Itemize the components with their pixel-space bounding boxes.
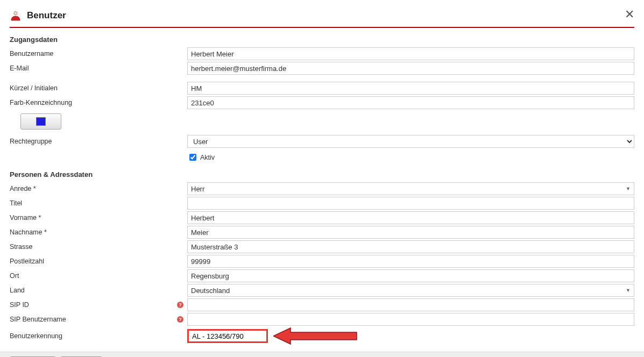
label-title: Titel bbox=[10, 199, 176, 207]
salutation-value: Herr bbox=[191, 185, 204, 193]
help-icon[interactable]: ? bbox=[177, 316, 183, 323]
active-checkbox[interactable] bbox=[189, 154, 196, 161]
country-select[interactable]: Deutschland ▼ bbox=[187, 284, 634, 297]
section-person-address: Personen & Adressdaten bbox=[10, 170, 634, 178]
user-icon bbox=[10, 10, 22, 22]
label-city: Ort bbox=[10, 272, 176, 280]
chevron-down-icon: ▼ bbox=[626, 186, 631, 191]
sip-user-field[interactable] bbox=[187, 313, 634, 326]
zip-field[interactable] bbox=[187, 255, 634, 268]
label-street: Strasse bbox=[10, 243, 176, 251]
color-swatch-icon bbox=[36, 117, 46, 126]
label-sip-user: SIP Benutzername bbox=[10, 316, 176, 323]
color-mark-field[interactable] bbox=[187, 96, 634, 109]
user-key-field[interactable] bbox=[187, 329, 268, 343]
color-picker-button[interactable] bbox=[20, 113, 61, 130]
label-initials: Kürzel / Initialen bbox=[10, 84, 176, 92]
firstname-field[interactable] bbox=[187, 211, 634, 224]
username-field[interactable] bbox=[187, 47, 634, 60]
label-role-group: Rechtegruppe bbox=[10, 138, 176, 145]
label-country: Land bbox=[10, 287, 176, 294]
label-color-mark: Farb-Kennzeichnung bbox=[10, 99, 176, 106]
role-group-select[interactable]: User bbox=[187, 135, 634, 148]
initials-field[interactable] bbox=[187, 82, 634, 95]
street-field[interactable] bbox=[187, 240, 634, 253]
email-field[interactable] bbox=[187, 62, 634, 75]
arrow-left-icon bbox=[273, 327, 359, 345]
label-firstname: Vorname * bbox=[10, 214, 176, 222]
chevron-down-icon: ▼ bbox=[626, 288, 631, 293]
label-user-key: Benutzerkennung bbox=[10, 332, 176, 340]
label-username: Benutzername bbox=[10, 50, 176, 58]
title-field[interactable] bbox=[187, 197, 634, 210]
svg-marker-1 bbox=[273, 328, 357, 344]
lastname-field[interactable] bbox=[187, 226, 634, 239]
label-salutation: Anrede * bbox=[10, 185, 176, 192]
country-value: Deutschland bbox=[191, 287, 230, 295]
dialog-header: Benutzer bbox=[10, 10, 634, 28]
label-active: Aktiv bbox=[200, 154, 215, 161]
label-email: E-Mail bbox=[10, 65, 176, 72]
label-lastname: Nachname * bbox=[10, 229, 176, 236]
help-icon[interactable]: ? bbox=[177, 302, 183, 308]
label-sip-id: SIP ID bbox=[10, 301, 176, 309]
city-field[interactable] bbox=[187, 269, 634, 282]
dialog-title: Benutzer bbox=[27, 10, 66, 21]
section-access-data: Zugangsdaten bbox=[10, 35, 634, 44]
button-bar: Speichern Löschen bbox=[0, 352, 644, 357]
close-icon[interactable]: ✕ bbox=[625, 9, 634, 20]
salutation-select[interactable]: Herr ▼ bbox=[187, 182, 634, 195]
sip-id-field[interactable] bbox=[187, 298, 634, 311]
svg-point-0 bbox=[14, 11, 17, 15]
label-zip: Postleitzahl bbox=[10, 258, 176, 265]
